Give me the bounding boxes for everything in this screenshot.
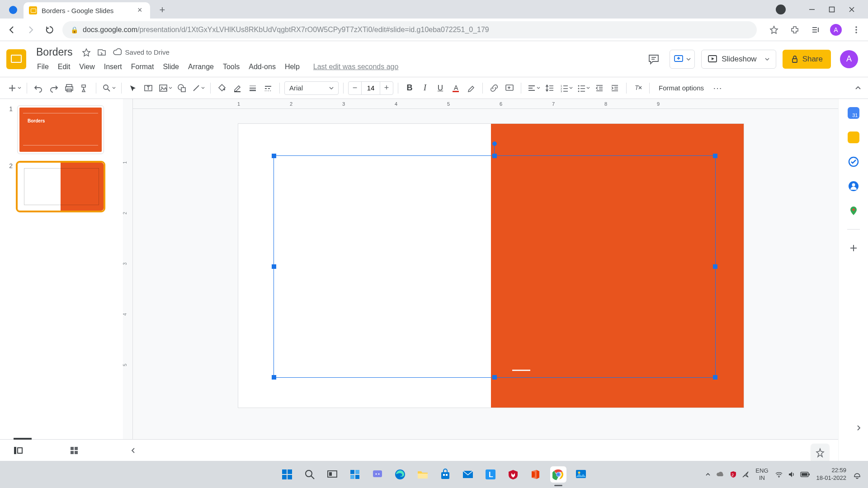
mcafee-icon[interactable] (505, 466, 521, 483)
font-size-input[interactable] (361, 82, 380, 94)
insert-image-button[interactable] (157, 81, 173, 95)
resize-handle-br[interactable] (713, 375, 717, 380)
slideshow-button[interactable]: Slideshow (701, 50, 776, 69)
new-tab-button[interactable]: + (156, 3, 169, 17)
menu-arrange[interactable]: Arrange (184, 61, 217, 73)
task-view-icon[interactable] (324, 466, 340, 483)
language-indicator[interactable]: ENG IN (755, 467, 768, 481)
vertical-ruler[interactable]: 1 2 3 4 5 (123, 99, 133, 461)
grid-view-button[interactable] (65, 441, 83, 460)
browser-tab[interactable]: Borders - Google Slides × (24, 2, 150, 19)
back-button[interactable] (5, 23, 18, 36)
align-button[interactable] (526, 81, 541, 95)
system-tray[interactable]: 2 (705, 470, 749, 479)
star-icon[interactable] (82, 48, 91, 57)
file-explorer-icon[interactable] (415, 466, 431, 483)
filmstrip-view-button[interactable] (9, 441, 27, 460)
insert-link-button[interactable] (487, 81, 501, 95)
reload-button[interactable] (43, 23, 56, 36)
menu-edit[interactable]: Edit (54, 61, 74, 73)
menu-help[interactable]: Help (281, 61, 303, 73)
numbered-list-button[interactable]: 123 (558, 81, 574, 95)
contacts-icon[interactable] (848, 180, 859, 192)
chrome-icon[interactable] (550, 466, 566, 483)
bold-button[interactable]: B (403, 81, 416, 95)
chrome-profile-avatar[interactable]: A (830, 24, 842, 36)
move-icon[interactable] (97, 48, 106, 57)
wifi-icon[interactable] (775, 470, 783, 479)
add-addon-icon[interactable] (848, 242, 859, 254)
forward-button[interactable] (24, 23, 37, 36)
textbox-button[interactable] (142, 81, 155, 95)
line-button[interactable] (190, 81, 206, 95)
slide-stage[interactable] (133, 109, 838, 456)
office-icon[interactable] (528, 466, 544, 483)
menu-view[interactable]: View (75, 61, 98, 73)
rotation-handle[interactable] (492, 141, 497, 146)
store-icon[interactable] (437, 466, 453, 483)
close-tab-icon[interactable]: × (137, 7, 145, 14)
maximize-icon[interactable] (828, 6, 835, 13)
maps-icon[interactable] (848, 205, 859, 216)
antivirus-tray-icon[interactable]: 2 (729, 470, 737, 479)
share-button[interactable]: Share (783, 50, 831, 69)
fill-color-button[interactable] (215, 81, 229, 95)
location-icon[interactable] (742, 471, 749, 478)
slide-thumbnail-2[interactable] (17, 162, 104, 211)
mail-icon[interactable] (460, 466, 476, 483)
resize-handle-bm[interactable] (492, 375, 497, 380)
highlight-button[interactable] (464, 81, 478, 95)
slide-thumbnail-1[interactable]: Borders (17, 105, 104, 154)
search-icon[interactable] (302, 466, 318, 483)
photos-icon[interactable] (573, 466, 589, 483)
app-l-icon[interactable]: L (482, 466, 499, 483)
last-edit-link[interactable]: Last edit was seconds ago (310, 61, 402, 73)
bulleted-list-button[interactable] (576, 81, 591, 95)
resize-handle-mr[interactable] (713, 264, 717, 269)
resize-handle-tm[interactable] (492, 154, 497, 158)
new-slide-button[interactable] (6, 81, 22, 95)
slide-canvas[interactable] (238, 123, 744, 408)
chat-icon[interactable] (369, 466, 386, 483)
border-dash-button[interactable] (261, 81, 275, 95)
menu-file[interactable]: File (33, 61, 52, 73)
format-options-button[interactable]: Format options (654, 84, 708, 92)
extensions-icon[interactable] (788, 23, 801, 36)
url-input[interactable]: 🔒 docs.google.com/presentation/d/1XtGxYx… (62, 21, 757, 38)
tray-chevron-icon[interactable] (705, 471, 711, 478)
italic-button[interactable]: I (418, 81, 432, 95)
redo-button[interactable] (47, 81, 61, 95)
menu-format[interactable]: Format (127, 61, 158, 73)
resize-handle-bl[interactable] (272, 375, 276, 380)
font-size-decrease[interactable]: − (349, 82, 361, 94)
onedrive-icon[interactable] (716, 470, 725, 479)
undo-button[interactable] (32, 81, 45, 95)
widgets-icon[interactable] (347, 466, 363, 483)
font-size-increase[interactable]: + (380, 82, 393, 94)
notifications-icon[interactable] (853, 470, 862, 479)
calendar-icon[interactable]: 31 (848, 107, 859, 119)
volume-icon[interactable] (788, 470, 796, 479)
collapse-filmstrip-icon[interactable] (130, 447, 137, 454)
underline-button[interactable]: U (434, 81, 447, 95)
clear-formatting-button[interactable]: T (631, 81, 645, 95)
print-button[interactable] (62, 81, 76, 95)
menu-addons[interactable]: Add-ons (245, 61, 279, 73)
horizontal-ruler[interactable]: 1 2 3 4 5 6 7 8 9 (133, 99, 838, 109)
shape-button[interactable] (175, 81, 189, 95)
reading-list-icon[interactable] (809, 23, 822, 36)
slides-logo-icon[interactable] (5, 47, 28, 71)
close-window-icon[interactable] (848, 6, 855, 13)
resize-handle-tl[interactable] (272, 154, 276, 158)
profile-indicator-dot[interactable] (9, 6, 17, 14)
more-toolbar-icon[interactable]: ⋯ (713, 83, 723, 94)
comment-history-icon[interactable] (644, 50, 663, 69)
battery-icon[interactable] (800, 471, 810, 478)
profile-badge-icon[interactable] (776, 5, 786, 14)
explore-button[interactable] (811, 444, 829, 462)
select-tool-button[interactable] (126, 81, 140, 95)
minimize-icon[interactable] (808, 6, 816, 13)
start-button[interactable] (279, 466, 295, 483)
edge-icon[interactable] (392, 466, 408, 483)
indent-increase-button[interactable] (608, 81, 622, 95)
